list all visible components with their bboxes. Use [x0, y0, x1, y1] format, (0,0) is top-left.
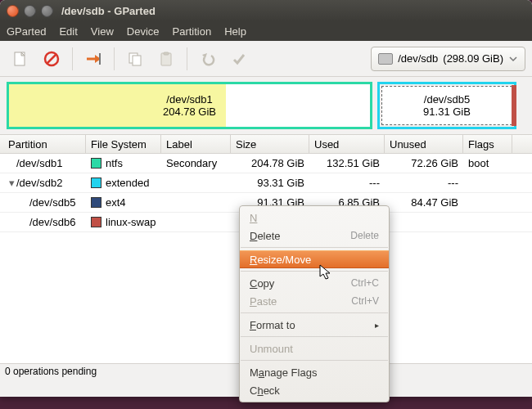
copy-button[interactable] [121, 45, 149, 73]
cell-flags: boot [463, 157, 512, 169]
titlebar[interactable]: /dev/sdb - GParted [0, 0, 532, 21]
resize-move-button[interactable] [79, 45, 107, 73]
col-used[interactable]: Used [309, 135, 385, 153]
device-size: (298.09 GiB) [443, 52, 503, 65]
cell-partition: ▾/dev/sdb2 [0, 177, 86, 189]
menu-separator [241, 247, 388, 248]
paste-button [152, 45, 180, 73]
menu-item-unmount: Unmount [240, 339, 389, 357]
partition-graph: /dev/sdb1 204.78 GiB /dev/sdb5 91.31 GiB [0, 77, 532, 134]
cell-label: Secondary [161, 157, 231, 169]
menu-item-new: N [240, 209, 389, 227]
cell-unused: 72.26 GiB [385, 157, 463, 169]
menu-partition[interactable]: Partition [173, 25, 212, 38]
fs-color-swatch [91, 178, 101, 188]
undo-icon [200, 51, 216, 67]
cell-size: 204.78 GiB [231, 157, 309, 169]
harddisk-icon [378, 53, 393, 65]
cell-used: 132.51 GiB [309, 157, 385, 169]
menu-gparted[interactable]: GParted [7, 25, 46, 38]
chevron-down-icon [508, 54, 518, 64]
menu-item-copy[interactable]: CopyCtrl+C [240, 274, 389, 292]
col-unused[interactable]: Unused [385, 135, 463, 153]
fs-color-swatch [91, 217, 101, 227]
chevron-right-icon: ▸ [375, 321, 379, 330]
no-entry-icon [43, 51, 60, 67]
menu-item-resize-move[interactable]: Resize/Move [240, 250, 389, 268]
delete-partition-button[interactable] [38, 45, 65, 73]
menubar: GParted Edit View Device Partition Help [0, 21, 532, 41]
toolbar-separator [72, 47, 73, 70]
minimize-icon[interactable] [24, 5, 36, 17]
col-partition[interactable]: Partition [0, 135, 86, 153]
col-filesystem[interactable]: File System [86, 135, 161, 153]
cell-unused: 84.47 GiB [385, 196, 463, 209]
graph-part-name: /dev/sdb1 [163, 93, 216, 106]
svg-rect-6 [133, 56, 141, 65]
graph-part-size: 91.31 GiB [423, 106, 471, 118]
context-menu: N DeleteDelete Resize/Move CopyCtrl+C Pa… [239, 205, 390, 402]
table-row[interactable]: /dev/sdb1ntfsSecondary204.78 GiB132.51 G… [0, 154, 532, 173]
svg-line-2 [47, 54, 56, 64]
device-selector[interactable]: /dev/sdb (298.09 GiB) [371, 47, 525, 71]
svg-rect-8 [164, 52, 169, 55]
menu-help[interactable]: Help [224, 25, 246, 38]
menu-item-paste: PasteCtrl+V [240, 292, 389, 310]
window-controls [7, 5, 53, 17]
toolbar: /dev/sdb (298.09 GiB) [0, 41, 532, 77]
menu-item-delete[interactable]: DeleteDelete [240, 227, 389, 245]
toolbar-separator [114, 47, 115, 70]
cell-filesystem: linux-swap [86, 216, 161, 228]
cell-size: 93.31 GiB [231, 177, 309, 189]
graph-part-size: 204.78 GiB [163, 106, 216, 118]
menu-item-check[interactable]: Check [240, 381, 389, 399]
cell-filesystem: extended [86, 177, 161, 189]
new-partition-button[interactable] [7, 45, 34, 73]
menu-edit[interactable]: Edit [59, 25, 77, 38]
document-new-icon [12, 51, 29, 67]
menu-item-manage-flags[interactable]: Manage Flags [240, 363, 389, 381]
table-row[interactable]: ▾/dev/sdb2extended93.31 GiB------ [0, 173, 532, 193]
cell-used: --- [309, 177, 385, 189]
toolbar-separator [187, 47, 187, 70]
arrow-right-icon [84, 51, 102, 67]
cell-partition: /dev/sdb6 [0, 216, 86, 228]
copy-icon [127, 51, 143, 67]
partition-graph-sdb1[interactable]: /dev/sdb1 204.78 GiB [7, 82, 372, 129]
cell-filesystem: ext4 [86, 196, 161, 209]
cell-unused: --- [385, 177, 463, 189]
fs-color-swatch [91, 197, 101, 208]
graph-part-name: /dev/sdb5 [423, 93, 471, 106]
partition-graph-sdb2[interactable]: /dev/sdb5 91.31 GiB [377, 82, 516, 129]
menu-device[interactable]: Device [127, 25, 160, 38]
fs-color-swatch [91, 158, 101, 169]
menu-view[interactable]: View [91, 25, 114, 38]
menu-separator [241, 312, 388, 313]
undo-button [194, 45, 222, 73]
window-title: /dev/sdb - GParted [61, 5, 156, 17]
device-path: /dev/sdb [398, 52, 438, 65]
paste-icon [158, 51, 174, 67]
close-icon[interactable] [7, 5, 19, 17]
cell-filesystem: ntfs [86, 157, 161, 169]
menu-separator [241, 360, 388, 361]
cell-partition: /dev/sdb5 [0, 196, 86, 209]
maximize-icon[interactable] [41, 5, 53, 17]
col-size[interactable]: Size [231, 135, 309, 153]
check-icon [231, 51, 247, 67]
menu-item-format-to[interactable]: Format to▸ [240, 316, 389, 334]
menu-separator [241, 271, 388, 272]
apply-button [225, 45, 253, 73]
col-flags[interactable]: Flags [463, 135, 512, 153]
menu-separator [241, 336, 388, 337]
table-header: Partition File System Label Size Used Un… [0, 134, 532, 154]
cell-partition: /dev/sdb1 [0, 157, 86, 169]
col-label[interactable]: Label [161, 135, 231, 153]
